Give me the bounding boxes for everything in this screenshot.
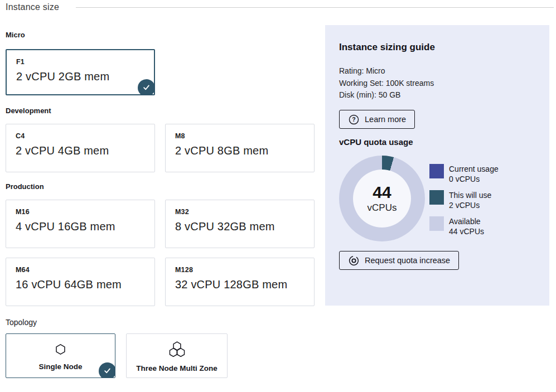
learn-more-button[interactable]: ? Learn more: [339, 110, 415, 129]
selected-check-badge: [99, 362, 115, 378]
legend-label: This will use: [449, 190, 491, 200]
size-card-code: M64: [16, 266, 145, 274]
size-card-m8[interactable]: M8 2 vCPU 8GB mem: [165, 124, 315, 172]
header-divider: [76, 7, 554, 8]
checkmark-icon: [142, 83, 151, 91]
topology-label: Three Node Multi Zone: [136, 364, 217, 372]
size-card-m64[interactable]: M64 16 vCPU 64GB mem: [6, 258, 155, 306]
checkmark-icon: [103, 366, 112, 375]
legend-value: 0 vCPUs: [449, 174, 499, 184]
legend-item-this-will-use: This will use 2 vCPUs: [429, 190, 491, 210]
topology-label: Single Node: [38, 362, 82, 371]
legend-label: Available: [449, 216, 484, 226]
guide-disk: Disk (min): 50 GB: [339, 89, 434, 101]
section-label-topology: Topology: [6, 318, 37, 327]
legend-swatch-this-will-use: [429, 190, 444, 205]
vcpu-quota-donut-chart: 44 vCPUs: [339, 156, 425, 241]
quota-usage-title: vCPU quota usage: [339, 137, 413, 147]
donut-center-unit: vCPUs: [368, 202, 397, 214]
legend-swatch-available: [429, 216, 444, 231]
size-card-desc: 8 vCPU 32GB mem: [175, 220, 304, 233]
hexagon-icon: [54, 343, 67, 356]
size-card-desc: 16 vCPU 64GB mem: [16, 278, 145, 291]
size-card-desc: 4 vCPU 16GB mem: [16, 220, 145, 233]
size-card-m16[interactable]: M16 4 vCPU 16GB mem: [6, 200, 155, 248]
section-label-micro: Micro: [6, 31, 25, 39]
size-card-f1[interactable]: F1 2 vCPU 2GB mem: [6, 49, 155, 95]
guide-rating: Rating: Micro: [339, 65, 434, 78]
size-card-m128[interactable]: M128 32 vCPU 128GB mem: [165, 258, 315, 306]
page-title: Instance size: [6, 2, 59, 12]
learn-more-label: Learn more: [365, 115, 406, 124]
section-label-production: Production: [6, 182, 44, 191]
size-card-m32[interactable]: M32 8 vCPU 32GB mem: [165, 200, 315, 248]
legend-value: 44 vCPUs: [449, 226, 484, 236]
size-card-code: M128: [175, 266, 304, 274]
size-card-desc: 2 vCPU 2GB mem: [16, 70, 144, 83]
topology-card-single-node[interactable]: Single Node: [6, 333, 115, 378]
size-card-code: M16: [16, 208, 145, 216]
topology-card-three-node-multi-zone[interactable]: Three Node Multi Zone: [126, 333, 228, 378]
guide-title: Instance sizing guide: [339, 42, 435, 53]
quota-target-icon: [348, 255, 360, 267]
svg-text:?: ?: [352, 116, 355, 123]
legend-item-current-usage: Current usage 0 vCPUs: [429, 164, 499, 184]
size-card-desc: 2 vCPU 4GB mem: [16, 144, 145, 157]
request-quota-increase-label: Request quota increase: [365, 256, 450, 265]
size-card-desc: 32 vCPU 128GB mem: [175, 278, 304, 291]
legend-label: Current usage: [449, 164, 499, 174]
instance-sizing-guide-panel: Instance sizing guide Rating: Micro Work…: [325, 25, 549, 306]
size-card-desc: 2 vCPU 8GB mem: [175, 144, 304, 157]
question-circle-icon: ?: [348, 114, 360, 125]
donut-center-value: 44: [373, 183, 391, 201]
guide-info: Rating: Micro Working Set: 100K streams …: [339, 65, 434, 101]
section-label-development: Development: [6, 107, 51, 115]
legend-swatch-current-usage: [429, 164, 444, 178]
size-card-code: M32: [175, 208, 304, 216]
three-hexagons-icon: [167, 341, 187, 357]
size-card-code: F1: [16, 58, 144, 66]
legend-item-available: Available 44 vCPUs: [429, 216, 484, 236]
selected-check-badge: [138, 79, 155, 95]
instance-size-page: Instance size Micro F1 2 vCPU 2GB mem De…: [0, 0, 556, 392]
size-card-code: C4: [16, 132, 145, 140]
guide-working-set: Working Set: 100K streams: [339, 78, 434, 90]
size-card-code: M8: [175, 132, 304, 140]
request-quota-increase-button[interactable]: Request quota increase: [339, 251, 459, 270]
donut-center: 44 vCPUs: [353, 170, 411, 228]
size-card-c4[interactable]: C4 2 vCPU 4GB mem: [6, 124, 155, 172]
legend-value: 2 vCPUs: [449, 200, 491, 210]
